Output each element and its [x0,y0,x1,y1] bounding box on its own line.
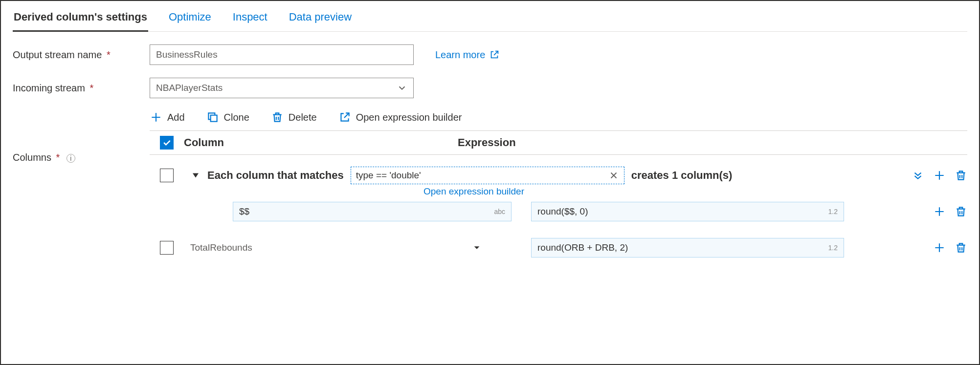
tab-inspect[interactable]: Inspect [232,6,268,31]
info-icon[interactable]: i [67,154,75,163]
tab-settings[interactable]: Derived column's settings [13,6,148,32]
label-columns: Columns * i [13,130,150,258]
header-expression: Expression [458,136,967,149]
svg-rect-0 [210,115,217,122]
row2-expression-value: round(ORB + DRB, 2) [537,242,628,253]
trash-icon [271,111,284,124]
label-output-stream-text: Output stream name [13,49,102,60]
learn-more-text: Learn more [435,49,485,61]
pattern-value-text: round($$, 0) [537,206,588,217]
pattern-condition-input[interactable]: type == 'double' [351,167,624,184]
open-icon [338,111,351,124]
columns-toolbar: Add Clone Delete Open expression builder [150,111,967,124]
learn-more-link[interactable]: Learn more [435,49,500,61]
number-type-icon: 1.2 [828,208,838,215]
open-expression-builder-button[interactable]: Open expression builder [338,111,462,124]
fx-icon [608,170,619,181]
row2-delete-icon[interactable] [955,241,967,254]
label-output-stream: Output stream name * [13,49,150,61]
row-output-stream: Output stream name * Learn more [13,44,967,65]
row2-add-icon[interactable] [933,241,946,254]
header-column: Column [184,136,458,149]
pattern-sub-row: $$ abc round($$, 0) 1.2 [150,202,967,221]
required-asterisk: * [89,83,93,93]
plus-icon [150,111,162,124]
column-row-2: TotalRebounds round(ORB + DRB, 2) 1.2 [150,238,967,258]
add-label: Add [167,112,185,123]
pattern-prefix: Each column that matches [207,169,344,182]
tab-optimize[interactable]: Optimize [168,6,212,31]
row1-checkbox[interactable] [160,169,174,182]
row2-checkbox[interactable] [160,241,174,255]
abc-type-icon: abc [494,208,505,215]
pattern-name-value: $$ [239,206,249,217]
pattern-condition-value: type == 'double' [356,170,421,181]
open-builder-label: Open expression builder [356,112,462,123]
pattern-value-input[interactable]: round($$, 0) 1.2 [531,202,844,221]
output-stream-input[interactable] [150,44,414,65]
copy-icon [206,111,219,124]
incoming-stream-select[interactable]: NBAPlayerStats [150,78,414,98]
number-type-icon: 1.2 [828,244,838,252]
tab-data-preview[interactable]: Data preview [288,6,353,31]
pattern-suffix: creates 1 column(s) [631,169,733,182]
label-incoming-stream-text: Incoming stream [13,83,85,93]
add-button[interactable]: Add [150,111,185,124]
external-link-icon [489,49,500,60]
subrow-add-icon[interactable] [933,205,946,218]
required-asterisk: * [107,49,111,60]
columns-grid: Column Expression Each column that match… [150,130,967,258]
row1-add-icon[interactable] [933,169,946,182]
row2-column-select[interactable]: TotalRebounds [184,238,487,258]
clone-button[interactable]: Clone [206,111,249,124]
collapse-double-chevron-icon[interactable] [912,169,924,182]
label-columns-text: Columns [13,152,51,163]
subrow-delete-icon[interactable] [955,205,967,218]
row2-expression-input[interactable]: round(ORB + DRB, 2) 1.2 [531,238,844,258]
grid-header: Column Expression [150,130,967,155]
required-asterisk: * [56,152,60,163]
dropdown-caret-icon [473,244,481,252]
open-expression-builder-link[interactable]: Open expression builder [423,186,967,197]
delete-label: Delete [289,112,317,123]
row2-column-value: TotalRebounds [190,242,252,253]
select-all-checkbox[interactable] [160,136,174,150]
row-incoming-stream: Incoming stream * NBAPlayerStats [13,78,967,98]
expand-caret-icon[interactable] [191,171,200,180]
chevron-down-icon [397,83,407,93]
delete-button[interactable]: Delete [271,111,317,124]
label-incoming-stream: Incoming stream * [13,83,150,94]
row1-delete-icon[interactable] [955,169,967,182]
tabs-bar: Derived column's settings Optimize Inspe… [13,6,967,32]
incoming-stream-value: NBAPlayerStats [156,83,223,93]
pattern-row: Each column that matches type == 'double… [150,167,967,184]
pattern-name-input[interactable]: $$ abc [233,202,512,221]
clone-label: Clone [224,112,249,123]
